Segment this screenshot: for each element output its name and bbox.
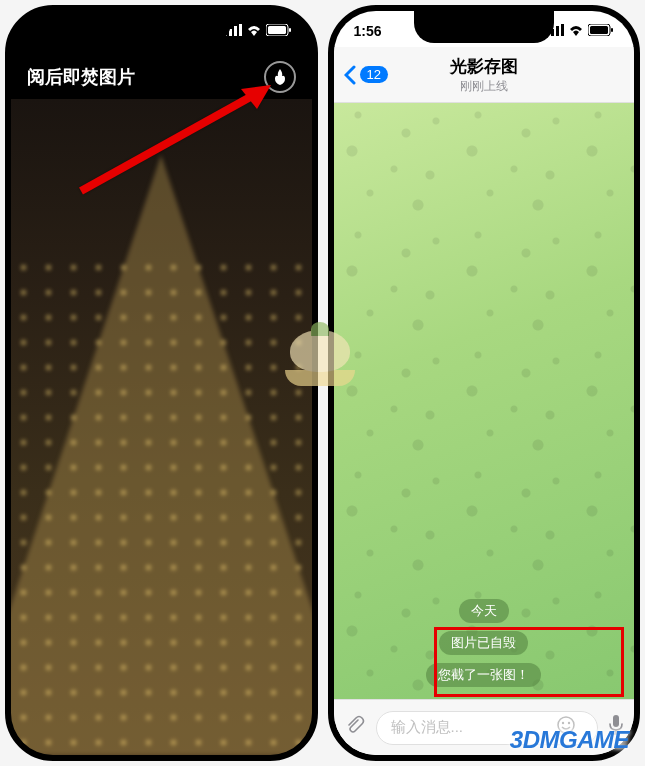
svg-rect-11 <box>556 26 559 36</box>
chat-header: 12 光影存图 刚刚上线 <box>334 47 635 103</box>
attach-icon[interactable] <box>344 714 366 742</box>
chevron-left-icon <box>344 65 356 85</box>
wifi-icon <box>568 23 584 39</box>
annotation-arrow <box>71 81 291 205</box>
phone-right-chat: 1:56 12 光影存图 刚刚上线 <box>328 5 641 761</box>
avatar-watermark <box>280 330 360 410</box>
notch <box>91 11 231 43</box>
svg-point-18 <box>568 722 570 724</box>
svg-rect-15 <box>611 28 613 32</box>
battery-icon <box>588 23 614 39</box>
chat-online-status: 刚刚上线 <box>450 78 518 95</box>
svg-point-17 <box>562 722 564 724</box>
status-time: 1:56 <box>354 23 382 39</box>
unread-count-badge: 12 <box>360 66 388 83</box>
site-watermark: 3DMGAME <box>510 726 629 754</box>
phone-left-image-viewer: 阅后即焚图片 <box>5 5 318 761</box>
back-button[interactable]: 12 <box>344 65 388 85</box>
svg-line-7 <box>81 91 261 191</box>
svg-rect-14 <box>590 26 608 34</box>
svg-rect-5 <box>268 26 286 34</box>
svg-rect-2 <box>234 26 237 36</box>
input-placeholder: 输入消息... <box>391 718 464 737</box>
notch <box>414 11 554 43</box>
battery-icon <box>266 23 292 39</box>
svg-rect-3 <box>239 24 242 36</box>
svg-rect-19 <box>613 715 619 727</box>
date-separator: 今天 <box>459 599 509 623</box>
chat-message-area[interactable]: 今天 图片已自毁 您截了一张图！ <box>334 103 635 699</box>
chat-title[interactable]: 光影存图 <box>450 55 518 78</box>
system-message-destroyed: 图片已自毁 <box>439 631 528 655</box>
svg-rect-12 <box>561 24 564 36</box>
svg-rect-6 <box>289 28 291 32</box>
wifi-icon <box>246 23 262 39</box>
system-message-screenshot: 您截了一张图！ <box>426 663 541 687</box>
